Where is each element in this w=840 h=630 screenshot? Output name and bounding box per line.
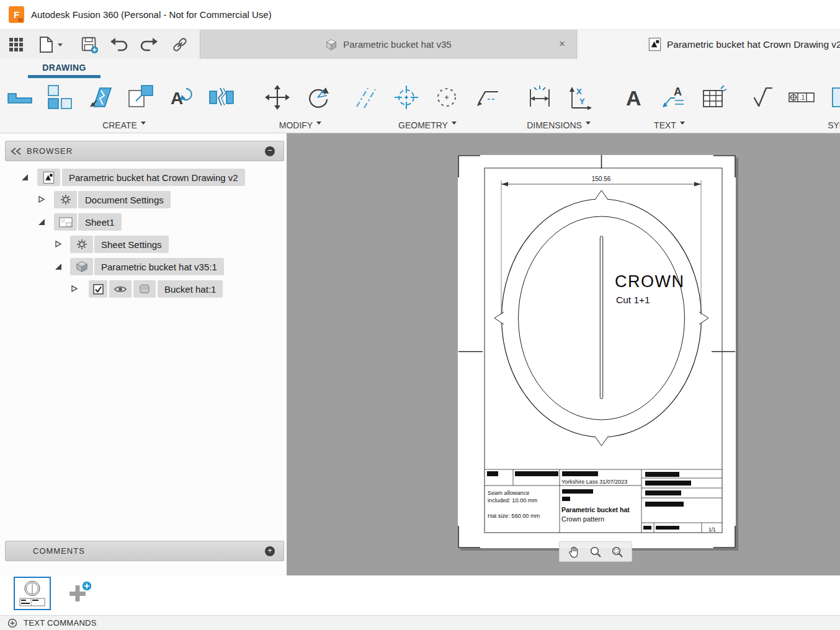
left-panel: BROWSER − Parametric bucket hat Crown Dr… [0, 133, 287, 575]
expanded-arrow-icon[interactable] [20, 173, 29, 181]
svg-text:A: A [626, 86, 641, 110]
ordinate-dimension-button[interactable]: X Y [565, 82, 595, 112]
collapsed-arrow-icon[interactable] [70, 285, 78, 293]
quick-access-toolbar: Parametric bucket hat v35 × Parametric b… [0, 30, 840, 59]
modify-menu[interactable]: MODIFY [257, 120, 343, 130]
new-sheet-button[interactable] [65, 580, 93, 608]
edge-leader-button[interactable] [472, 82, 502, 112]
center-mark-button[interactable] [391, 82, 421, 112]
sheet1-thumbnail[interactable] [14, 577, 51, 610]
collapsed-arrow-icon[interactable] [37, 195, 45, 203]
tree-item-label[interactable]: Sheet1 [78, 213, 122, 231]
app-title: Autodesk Fusion 360 (Personal - Not for … [31, 9, 272, 20]
crown-label: CROWN [615, 272, 684, 291]
zoom-window-icon[interactable] [610, 544, 625, 559]
text-button[interactable]: A [619, 82, 649, 112]
projected-view-button[interactable] [45, 82, 75, 112]
dimensions-menu[interactable]: DIMENSIONS [520, 120, 597, 130]
gear-icon [54, 191, 77, 208]
fusion-logo-icon: F [9, 6, 24, 23]
sheet-tab-bar [0, 575, 840, 615]
expanded-arrow-icon[interactable] [54, 262, 62, 270]
center-slit [600, 236, 602, 399]
tree-item-label[interactable]: Parametric bucket hat v35:1 [94, 258, 224, 275]
minus-circle-icon[interactable]: − [265, 146, 275, 156]
tree-item-label[interactable]: Document Settings [78, 191, 171, 208]
workspace-tab-drawing[interactable]: DRAWING [28, 63, 101, 73]
title-block-author: Yorkshire Lass 31/07/2023 [561, 479, 627, 485]
sketch-circle-button[interactable] [432, 82, 462, 112]
collapse-panel-icon[interactable] [11, 148, 22, 155]
ribbon-group-symbols: .1 SYMBOLS [741, 79, 840, 133]
component-icon [70, 258, 93, 275]
zoom-icon[interactable] [588, 544, 603, 559]
browser-title: BROWSER [27, 146, 73, 156]
cut-label: Cut 1+1 [616, 295, 650, 305]
rotate-button[interactable] [303, 82, 333, 112]
centerline-button[interactable] [351, 82, 381, 112]
title-block-note2: included: 10.00 mm [488, 497, 538, 504]
feature-control-frame-button[interactable]: .1 [787, 82, 816, 112]
break-view-button[interactable] [207, 82, 236, 112]
title-block-note3: Hat size: 560.00 mm [488, 513, 540, 519]
create-menu[interactable]: CREATE [0, 120, 248, 130]
tree-item-label[interactable]: Sheet Settings [94, 236, 169, 253]
collapsed-arrow-icon[interactable] [54, 240, 62, 248]
workspace-tab-underline [28, 75, 101, 78]
plus-circle-icon[interactable]: + [265, 546, 275, 556]
file-menu-icon[interactable] [36, 35, 56, 55]
chevron-down-icon [586, 122, 591, 127]
redo-icon[interactable] [139, 35, 159, 55]
ribbon-groups: A CREATE [0, 79, 840, 133]
tab-parametric-bucket-hat-v35[interactable]: Parametric bucket hat v35 × [200, 30, 577, 59]
ribbon: DRAWING [0, 59, 840, 133]
geometry-menu[interactable]: GEOMETRY [346, 120, 509, 130]
symbols-menu[interactable]: SYMBOLS [741, 120, 840, 130]
title-block-sheet-number: 1/1 [708, 526, 716, 533]
undo-icon[interactable] [109, 35, 129, 55]
pan-icon[interactable] [566, 544, 581, 559]
chevron-down-icon [141, 122, 146, 127]
tree-item-label[interactable]: Parametric bucket hat Crown Drawing v2 [62, 169, 245, 186]
svg-text:A: A [674, 86, 682, 98]
base-view-button[interactable] [5, 82, 35, 112]
browser-header[interactable]: BROWSER − [5, 141, 284, 161]
body-icon [133, 280, 156, 298]
svg-text:Y: Y [579, 97, 585, 106]
move-button[interactable] [262, 82, 292, 112]
app-launcher-grid-icon[interactable] [6, 35, 26, 55]
expanded-arrow-icon[interactable] [37, 218, 45, 226]
comments-header[interactable]: COMMENTS + [5, 541, 284, 561]
chevron-down-icon [316, 122, 321, 127]
model-cube-icon [325, 38, 337, 51]
ribbon-group-geometry: GEOMETRY [346, 79, 509, 133]
svg-text:.1: .1 [800, 94, 805, 101]
file-menu-caret-icon[interactable] [58, 43, 63, 49]
detail-view-button[interactable] [126, 82, 156, 112]
save-icon[interactable] [79, 35, 99, 55]
surface-texture-button[interactable] [746, 82, 776, 112]
sheet-paper [458, 155, 736, 548]
datum-identifier-button[interactable] [827, 82, 840, 112]
title-bar: F Autodesk Fusion 360 (Personal - Not fo… [0, 0, 840, 30]
sketch-text-button[interactable]: A [166, 82, 196, 112]
section-view-button[interactable] [86, 82, 115, 112]
text-menu[interactable]: TEXT [614, 120, 725, 130]
visibility-checkbox[interactable] [89, 280, 107, 298]
gear-icon [70, 236, 93, 253]
expand-text-commands-icon[interactable] [7, 618, 17, 628]
tab-label: Parametric bucket hat Crown Drawing v2 [667, 39, 840, 50]
leader-text-button[interactable]: A [659, 82, 689, 112]
title-block-part-name: Parametric bucket hat [561, 506, 630, 513]
ribbon-group-modify: MODIFY [257, 79, 343, 133]
close-icon[interactable]: × [555, 37, 569, 51]
dimension-value: 150.56 [592, 175, 611, 182]
eye-icon[interactable] [109, 280, 132, 298]
table-button[interactable] [700, 82, 730, 112]
tab-parametric-bucket-hat-crown-drawing[interactable]: Parametric bucket hat Crown Drawing v2 [579, 30, 840, 59]
text-commands-label[interactable]: TEXT COMMANDS [24, 618, 97, 628]
share-link-icon[interactable] [170, 35, 190, 55]
tree-item-label[interactable]: Bucket hat:1 [158, 280, 223, 298]
navigation-toolbar [559, 541, 632, 562]
dimension-button[interactable] [525, 82, 555, 112]
